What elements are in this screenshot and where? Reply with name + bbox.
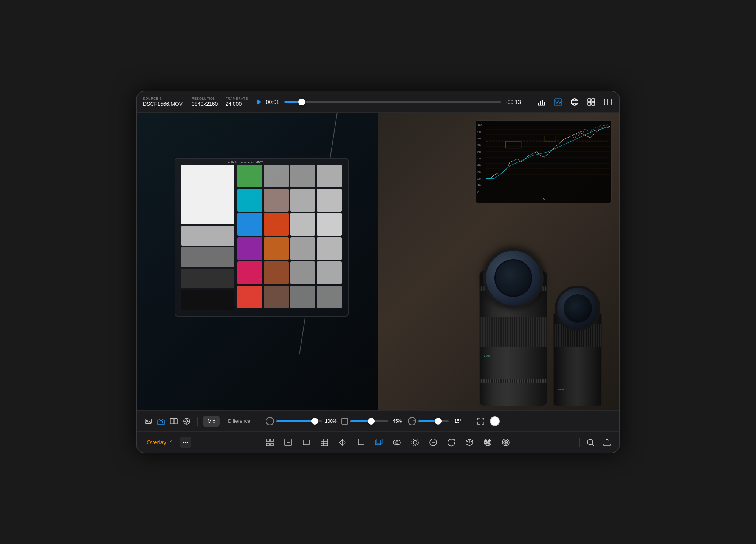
nav-flip-icon[interactable]	[336, 436, 349, 448]
nav-color-icon[interactable]	[482, 436, 494, 448]
exposure-icon[interactable]	[341, 418, 348, 425]
grid-view-icon[interactable]	[586, 97, 596, 107]
time-current: 00:01	[266, 99, 280, 105]
slider-opacity-thumb[interactable]	[311, 418, 318, 425]
color-grid-left	[237, 165, 342, 310]
svg-rect-13	[588, 102, 591, 105]
histogram-icon[interactable]	[536, 97, 547, 107]
svg-rect-43	[271, 439, 273, 442]
split-view-icon[interactable]	[603, 97, 613, 107]
opacity-icon[interactable]	[266, 417, 274, 425]
nav-add-icon[interactable]	[282, 436, 294, 448]
slider-exposure-thumb[interactable]	[368, 418, 375, 425]
timeline-thumb[interactable]	[298, 99, 305, 105]
gray-bar-mid	[181, 247, 234, 267]
upload-icon[interactable]	[601, 436, 613, 448]
nav-grid-icon[interactable]	[264, 436, 276, 448]
swatch-green	[237, 165, 262, 187]
globe-icon[interactable]	[569, 97, 580, 107]
mix-button[interactable]: Mix	[203, 416, 220, 427]
nav-compare-icon[interactable]	[391, 436, 403, 448]
swatch-cyan	[237, 189, 262, 212]
sec-lens-markings: 50mm	[557, 388, 565, 391]
swatch-gray7	[317, 213, 342, 236]
source-filename[interactable]: DSCF1566.MOV	[143, 101, 183, 107]
timeline-track[interactable]	[284, 101, 501, 103]
main-lens-element	[483, 248, 544, 308]
image-icon[interactable]	[143, 416, 153, 427]
rotation-icon[interactable]	[408, 417, 416, 425]
color-checker-left: calibrite colorchecker VIDEO	[175, 158, 349, 317]
rotation-arrow	[412, 420, 416, 421]
bottom-toolbar: Mix Difference 100% 45%	[137, 410, 619, 431]
svg-point-67	[488, 443, 490, 444]
nav-tools	[201, 436, 575, 448]
nav-rotate-icon[interactable]	[445, 436, 457, 448]
svg-point-59	[412, 439, 418, 446]
slider-rotation: 15°	[408, 417, 465, 425]
checker-body-left: calibrite colorchecker VIDEO	[175, 158, 349, 317]
swatch-blue	[237, 213, 262, 236]
top-bar: SOURCE ⇅ DSCF1566.MOV RESOLUTION 3840x21…	[137, 91, 619, 113]
histogram-overlay: 100 90 80 70 60 50 40 30 20 10 0	[476, 120, 612, 203]
svg-point-37	[186, 420, 187, 422]
swatch-gray4	[290, 189, 315, 212]
svg-point-60	[413, 440, 417, 444]
svg-rect-56	[377, 439, 382, 444]
options-icon[interactable]	[181, 416, 192, 427]
nav-right	[584, 436, 613, 448]
lens-area: 300 50mm	[457, 244, 608, 406]
swatch-gray12	[290, 286, 315, 308]
overlay-selector[interactable]: Overlay ⌃	[143, 436, 177, 448]
swatch-gray3	[317, 165, 342, 187]
overlay-chevron-icon: ⌃	[169, 440, 173, 445]
slider-opacity-track[interactable]	[276, 420, 322, 422]
swatch-gray13	[317, 286, 342, 308]
gray-bar-white	[181, 165, 234, 224]
source-chevron-icon[interactable]: ⇅	[160, 97, 163, 100]
bottom-nav: Overlay ⌃ •••	[137, 431, 619, 453]
slider-exposure: 45%	[341, 418, 404, 425]
svg-rect-45	[271, 443, 273, 446]
slider-exposure-track[interactable]	[350, 420, 388, 422]
svg-point-33	[160, 420, 162, 423]
nav-split-icon[interactable]	[318, 436, 330, 448]
play-button[interactable]	[257, 99, 262, 105]
nav-3d-icon[interactable]	[463, 436, 476, 448]
nav-exclude-icon[interactable]	[427, 436, 439, 448]
slider-opacity-fill	[276, 420, 315, 422]
waveform-icon[interactable]	[553, 97, 563, 107]
camera-icon[interactable]	[156, 416, 166, 427]
svg-rect-2	[542, 100, 543, 105]
swatch-gray11	[317, 261, 342, 284]
grayscale-panel	[181, 165, 234, 310]
svg-rect-44	[266, 443, 269, 446]
nav-crop-icon[interactable]	[355, 436, 367, 448]
search-icon[interactable]	[584, 436, 596, 448]
nav-target-icon[interactable]	[500, 436, 512, 448]
svg-rect-34	[170, 418, 174, 424]
swatch-gray10	[290, 261, 315, 284]
nav-overlay-icon[interactable]	[373, 436, 385, 448]
more-button[interactable]: •••	[180, 437, 191, 448]
difference-button[interactable]: Difference	[223, 416, 255, 427]
swatch-brown	[264, 261, 289, 284]
svg-rect-49	[303, 440, 309, 445]
compare-icon[interactable]	[169, 416, 179, 427]
nav-mask-icon[interactable]	[409, 436, 421, 448]
lens-ring-2	[480, 317, 547, 347]
main-lens-inner	[494, 259, 532, 297]
slider-rotation-track[interactable]	[418, 420, 449, 422]
slider-opacity: 100%	[266, 417, 338, 425]
swatch-red	[237, 286, 262, 308]
swatch-gray8	[290, 237, 315, 260]
histogram-collapse-chevron[interactable]: ∧	[542, 196, 545, 201]
slider-rotation-value: 15°	[451, 419, 465, 424]
slider-rotation-thumb[interactable]	[435, 418, 442, 425]
nav-rect-icon[interactable]	[300, 436, 312, 448]
expand-icon[interactable]	[476, 416, 486, 427]
swatch-purple	[237, 237, 262, 260]
histogram-y-axis: 100 90 80 70 60 50 40 30 20 10 0	[477, 124, 482, 194]
color-swatch-button[interactable]	[490, 416, 500, 426]
video-area: calibrite colorchecker VIDEO	[137, 113, 619, 410]
